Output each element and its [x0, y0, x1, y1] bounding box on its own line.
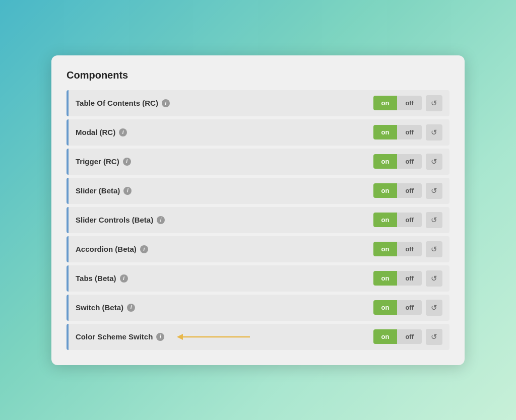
- btn-off-table-of-contents[interactable]: off: [397, 96, 422, 110]
- component-label-slider: Slider (Beta)i: [69, 179, 373, 202]
- toggle-group-switch: onoff: [373, 300, 422, 315]
- component-row-accordion: Accordion (Beta)ionoff↺: [67, 236, 449, 262]
- btn-on-slider[interactable]: on: [373, 183, 398, 198]
- btn-reset-table-of-contents[interactable]: ↺: [426, 95, 442, 111]
- toggle-group-accordion: onoff: [373, 242, 422, 256]
- controls-tabs: onoff↺: [373, 270, 443, 287]
- component-text-table-of-contents: Table Of Contents (RC): [76, 99, 158, 107]
- component-row-tabs: Tabs (Beta)ionoff↺: [67, 265, 449, 292]
- component-row-slider: Slider (Beta)ionoff↺: [67, 178, 449, 204]
- btn-on-accordion[interactable]: on: [373, 242, 398, 256]
- btn-on-table-of-contents[interactable]: on: [373, 96, 398, 110]
- component-row-color-scheme-switch: Color Scheme Switchi onoff↺: [67, 324, 449, 350]
- btn-off-tabs[interactable]: off: [397, 271, 422, 286]
- btn-reset-slider[interactable]: ↺: [426, 183, 442, 199]
- toggle-group-trigger: onoff: [373, 154, 422, 169]
- controls-slider: onoff↺: [373, 183, 443, 199]
- btn-on-tabs[interactable]: on: [373, 271, 398, 286]
- component-text-trigger: Trigger (RC): [76, 157, 119, 166]
- info-icon-tabs[interactable]: i: [120, 274, 128, 283]
- btn-on-slider-controls[interactable]: on: [373, 213, 398, 227]
- btn-reset-modal[interactable]: ↺: [426, 124, 442, 141]
- controls-switch: onoff↺: [373, 300, 443, 316]
- btn-off-trigger[interactable]: off: [397, 154, 422, 169]
- component-row-slider-controls: Slider Controls (Beta)ionoff↺: [67, 207, 449, 233]
- component-label-accordion: Accordion (Beta)i: [69, 238, 373, 260]
- controls-table-of-contents: onoff↺: [373, 95, 443, 111]
- component-label-switch: Switch (Beta)i: [69, 296, 373, 319]
- btn-off-slider-controls[interactable]: off: [397, 213, 422, 227]
- component-row-trigger: Trigger (RC)ionoff↺: [67, 149, 449, 175]
- components-panel: Components Table Of Contents (RC)ionoff↺…: [51, 55, 465, 365]
- controls-color-scheme-switch: onoff↺: [373, 329, 443, 345]
- component-label-slider-controls: Slider Controls (Beta)i: [69, 208, 373, 231]
- arrow-indicator: [172, 331, 252, 342]
- btn-on-modal[interactable]: on: [373, 125, 398, 139]
- info-icon-color-scheme-switch[interactable]: i: [156, 333, 164, 341]
- component-text-slider-controls: Slider Controls (Beta): [76, 216, 153, 224]
- controls-modal: onoff↺: [373, 124, 443, 141]
- btn-on-trigger[interactable]: on: [373, 154, 398, 169]
- panel-title: Components: [67, 69, 449, 81]
- btn-reset-color-scheme-switch[interactable]: ↺: [426, 329, 442, 345]
- svg-marker-1: [177, 334, 183, 340]
- component-text-switch: Switch (Beta): [76, 303, 123, 312]
- btn-reset-trigger[interactable]: ↺: [426, 154, 442, 170]
- toggle-group-tabs: onoff: [373, 271, 422, 286]
- component-text-slider: Slider (Beta): [76, 186, 120, 195]
- component-label-trigger: Trigger (RC)i: [69, 150, 373, 173]
- component-label-table-of-contents: Table Of Contents (RC)i: [69, 92, 373, 114]
- btn-off-modal[interactable]: off: [397, 125, 422, 139]
- toggle-group-modal: onoff: [373, 125, 422, 139]
- toggle-group-slider-controls: onoff: [373, 213, 422, 227]
- btn-reset-accordion[interactable]: ↺: [426, 241, 442, 257]
- component-text-modal: Modal (RC): [76, 128, 115, 136]
- toggle-group-color-scheme-switch: onoff: [373, 329, 422, 344]
- btn-off-color-scheme-switch[interactable]: off: [397, 329, 422, 344]
- info-icon-trigger[interactable]: i: [123, 158, 131, 166]
- controls-slider-controls: onoff↺: [373, 212, 443, 228]
- info-icon-slider[interactable]: i: [123, 187, 132, 195]
- component-text-tabs: Tabs (Beta): [76, 274, 116, 283]
- controls-accordion: onoff↺: [373, 241, 443, 257]
- component-label-tabs: Tabs (Beta)i: [69, 267, 373, 290]
- component-text-color-scheme-switch: Color Scheme Switch: [76, 332, 153, 341]
- components-list: Table Of Contents (RC)ionoff↺Modal (RC)i…: [67, 90, 449, 350]
- component-label-color-scheme-switch: Color Scheme Switchi: [69, 324, 373, 349]
- info-icon-modal[interactable]: i: [119, 128, 127, 136]
- component-row-modal: Modal (RC)ionoff↺: [67, 119, 449, 146]
- btn-on-switch[interactable]: on: [373, 300, 398, 315]
- toggle-group-table-of-contents: onoff: [373, 96, 422, 110]
- info-icon-switch[interactable]: i: [127, 304, 135, 312]
- btn-on-color-scheme-switch[interactable]: on: [373, 329, 398, 344]
- toggle-group-slider: onoff: [373, 183, 422, 198]
- btn-off-slider[interactable]: off: [397, 183, 422, 198]
- component-row-switch: Switch (Beta)ionoff↺: [67, 295, 449, 321]
- info-icon-slider-controls[interactable]: i: [157, 216, 165, 224]
- info-icon-accordion[interactable]: i: [140, 245, 148, 253]
- btn-off-switch[interactable]: off: [397, 300, 422, 315]
- component-label-modal: Modal (RC)i: [69, 121, 373, 144]
- btn-reset-tabs[interactable]: ↺: [426, 270, 442, 287]
- btn-off-accordion[interactable]: off: [397, 242, 422, 256]
- btn-reset-slider-controls[interactable]: ↺: [426, 212, 442, 228]
- controls-trigger: onoff↺: [373, 154, 443, 170]
- info-icon-table-of-contents[interactable]: i: [162, 99, 170, 107]
- component-text-accordion: Accordion (Beta): [76, 245, 137, 253]
- btn-reset-switch[interactable]: ↺: [426, 300, 442, 316]
- component-row-table-of-contents: Table Of Contents (RC)ionoff↺: [67, 90, 449, 116]
